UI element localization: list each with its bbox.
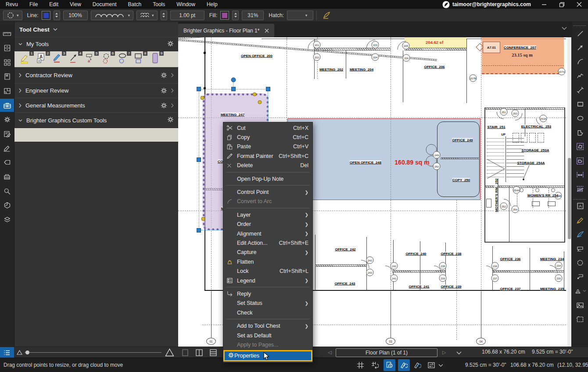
selection-handle[interactable] bbox=[197, 157, 201, 162]
tool-stamp-icon[interactable] bbox=[573, 285, 587, 297]
single-page-view-button[interactable] bbox=[180, 347, 190, 358]
context-item-flatten[interactable]: Flatten bbox=[223, 257, 312, 266]
page-menu-chevron-icon[interactable] bbox=[456, 351, 462, 355]
line-width-value[interactable]: 1.00 pt bbox=[170, 11, 204, 20]
tool-image-icon[interactable] bbox=[573, 299, 587, 311]
sidebar-properties-gear-icon[interactable] bbox=[0, 113, 14, 126]
gear-icon[interactable] bbox=[167, 40, 174, 48]
split-vertical-view-button[interactable] bbox=[194, 347, 204, 358]
tool-note-icon[interactable] bbox=[573, 243, 587, 255]
context-item-legend[interactable]: Legend ❯ bbox=[223, 276, 312, 285]
section-my-tools[interactable]: My Tools bbox=[14, 37, 178, 51]
control-point[interactable] bbox=[201, 96, 204, 100]
context-item-set-status[interactable]: Set Status ❯ bbox=[223, 299, 312, 308]
document-tab[interactable]: Brighter Graphics - Floor Plan 1* bbox=[178, 24, 274, 37]
page-indicator[interactable]: Floor Plan (1 of 1) bbox=[336, 348, 437, 357]
close-tab-icon[interactable] bbox=[265, 29, 269, 33]
my-tool-9[interactable]: 9 bbox=[149, 53, 164, 66]
sidebar-flags-icon[interactable] bbox=[0, 156, 14, 169]
fill-opacity-value[interactable]: 31% bbox=[242, 11, 264, 20]
tool-polygon-icon[interactable] bbox=[573, 126, 587, 139]
gear-icon[interactable] bbox=[167, 116, 174, 124]
line-opacity-stepper[interactable] bbox=[54, 11, 60, 20]
account-email[interactable]: taimoor@brightergraphics.com bbox=[452, 1, 531, 7]
hatch-dropdown[interactable]: ▾ bbox=[287, 11, 313, 20]
scrollbar-thumb[interactable] bbox=[568, 158, 571, 239]
expand-icon[interactable] bbox=[171, 88, 174, 93]
tool-measure-span-icon[interactable] bbox=[573, 169, 587, 181]
tool-highlighter-icon[interactable] bbox=[573, 214, 587, 226]
rotation-handle[interactable] bbox=[231, 78, 236, 82]
fill-color-swatch[interactable] bbox=[220, 11, 229, 20]
my-tool-7[interactable]: 7 bbox=[117, 53, 131, 66]
menu-view[interactable]: View bbox=[64, 1, 87, 7]
sidebar-bookmarks-icon[interactable] bbox=[0, 70, 14, 83]
tool-measure-count-icon[interactable] bbox=[573, 183, 587, 195]
menu-help[interactable]: Help bbox=[201, 1, 223, 7]
context-item-paste[interactable]: Paste Ctrl+V bbox=[223, 142, 312, 151]
next-page-icon[interactable]: ▷ bbox=[442, 350, 446, 355]
context-item-format-painter[interactable]: Format Painter Ctrl+Shift+C bbox=[223, 151, 312, 161]
tool-polyline-icon[interactable] bbox=[573, 70, 587, 82]
pen-rotate-icon[interactable] bbox=[412, 359, 423, 371]
sidebar-tool-chest-icon[interactable] bbox=[0, 99, 14, 112]
sidebar-studio-icon[interactable] bbox=[0, 199, 14, 212]
context-item-lock[interactable]: Lock Ctrl+Shift+L bbox=[223, 266, 312, 275]
sidebar-file-access-icon[interactable] bbox=[0, 42, 14, 55]
tool-arc-icon[interactable] bbox=[573, 56, 587, 68]
my-tool-1[interactable]: 1 bbox=[19, 53, 34, 66]
context-item-set-as-default[interactable]: Set as Default bbox=[223, 331, 312, 340]
zoom-in-triangle-icon[interactable] bbox=[165, 348, 174, 357]
context-item-control-point[interactable]: Control Point ❯ bbox=[223, 187, 312, 197]
menu-tools[interactable]: Tools bbox=[147, 1, 171, 7]
minimize-button[interactable] bbox=[535, 0, 553, 9]
section-custom-tools[interactable]: Brighter Graphics Custom Tools bbox=[14, 112, 178, 128]
context-item-open-pop-up-note[interactable]: Open Pop-Up Note bbox=[223, 174, 312, 183]
tool-cloud-icon[interactable] bbox=[573, 257, 587, 269]
status-chevron-icon[interactable] bbox=[438, 364, 443, 367]
context-item-layer[interactable]: Layer ❯ bbox=[223, 210, 312, 219]
my-tool-4[interactable]: 4 bbox=[68, 53, 82, 66]
context-item-add-to-tool-chest[interactable]: Add to Tool Chest ❯ bbox=[223, 321, 312, 330]
context-item-copy[interactable]: Copy Ctrl+C bbox=[223, 132, 312, 142]
menu-window[interactable]: Window bbox=[171, 1, 201, 7]
split-horizontal-view-button[interactable] bbox=[208, 347, 219, 358]
restore-button[interactable] bbox=[553, 0, 570, 9]
line-opacity-value[interactable]: 100% bbox=[63, 11, 88, 20]
previous-page-icon[interactable]: ◁ bbox=[328, 350, 331, 355]
menu-edit[interactable]: Edit bbox=[43, 1, 64, 7]
sidebar-measurements-icon[interactable] bbox=[0, 27, 14, 40]
sidebar-layers-icon[interactable] bbox=[0, 213, 14, 226]
sidebar-search-icon[interactable] bbox=[0, 185, 14, 198]
my-tool-3[interactable]: 3 bbox=[52, 53, 66, 66]
grid-toggle-icon[interactable] bbox=[355, 359, 366, 371]
sidebar-spaces-icon[interactable] bbox=[0, 84, 14, 97]
my-tool-8[interactable]: 8 bbox=[133, 53, 147, 66]
vertical-scrollbar[interactable] bbox=[567, 37, 571, 347]
tool-arrow-icon[interactable] bbox=[573, 41, 587, 54]
context-item-order[interactable]: Order ❯ bbox=[223, 220, 312, 229]
sidebar-sets-icon[interactable] bbox=[0, 170, 14, 183]
tool-ellipse-icon[interactable] bbox=[573, 112, 587, 125]
fill-opacity-stepper[interactable] bbox=[232, 11, 239, 20]
section-general-measurements[interactable]: General Measurements bbox=[14, 98, 178, 112]
tool-textbox-icon[interactable]: A bbox=[573, 200, 587, 212]
context-item-properties[interactable]: Properties bbox=[223, 350, 312, 361]
tool-line-icon[interactable] bbox=[573, 27, 587, 39]
control-point[interactable] bbox=[253, 93, 257, 97]
context-item-alignment[interactable]: Alignment ❯ bbox=[223, 229, 312, 238]
context-item-edit-action[interactable]: Edit Action... Ctrl+Shift+E bbox=[223, 238, 312, 247]
menu-file[interactable]: File bbox=[24, 1, 43, 7]
tool-chest-header[interactable]: Tool Chest bbox=[14, 22, 178, 37]
tool-pen-icon[interactable] bbox=[573, 228, 587, 240]
snap-to-grid-icon[interactable] bbox=[369, 359, 381, 371]
line-style-dropdown[interactable]: ▾ bbox=[91, 11, 134, 20]
tool-shape-dropdown[interactable]: ▾ bbox=[3, 11, 22, 20]
quill-pen-button[interactable] bbox=[320, 11, 333, 20]
tool-callout-icon[interactable] bbox=[573, 271, 587, 283]
expand-icon[interactable] bbox=[171, 73, 174, 78]
context-item-cut[interactable]: Cut Ctrl+X bbox=[223, 123, 312, 132]
tool-measure-length-icon[interactable] bbox=[573, 84, 587, 96]
zoom-slider-handle[interactable] bbox=[25, 351, 29, 354]
pen-sync-icon[interactable] bbox=[398, 359, 410, 371]
